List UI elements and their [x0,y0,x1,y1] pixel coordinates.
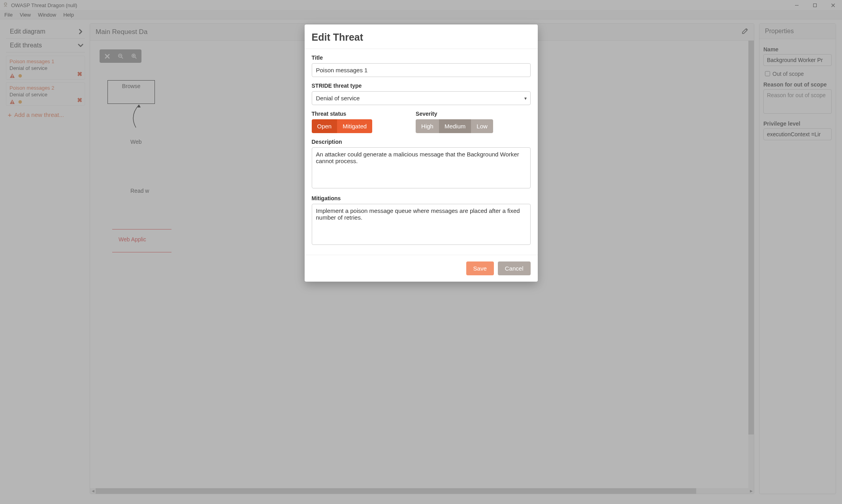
description-textarea[interactable] [312,147,531,188]
mitigations-label: Mitigations [312,195,531,201]
severity-toggle: High Medium Low [416,119,493,133]
modal-footer: Save Cancel [305,255,538,282]
stride-select[interactable]: Denial of service [312,91,531,105]
status-label: Threat status [312,111,373,117]
cancel-button[interactable]: Cancel [498,261,531,275]
status-open-button[interactable]: Open [312,119,337,133]
status-mitigated-button[interactable]: Mitigated [337,119,372,133]
title-input[interactable] [312,63,531,77]
severity-low-button[interactable]: Low [471,119,493,133]
severity-high-button[interactable]: High [416,119,439,133]
modal-title: Edit Threat [312,32,531,43]
title-label: Title [312,55,531,61]
severity-medium-button[interactable]: Medium [439,119,471,133]
stride-label: STRIDE threat type [312,83,531,89]
edit-threat-modal: Edit Threat Title STRIDE threat type Den… [305,24,538,282]
description-label: Description [312,139,531,145]
severity-label: Severity [416,111,493,117]
save-button[interactable]: Save [466,261,494,275]
modal-header: Edit Threat [305,24,538,49]
status-toggle: Open Mitigated [312,119,373,133]
mitigations-textarea[interactable] [312,204,531,245]
